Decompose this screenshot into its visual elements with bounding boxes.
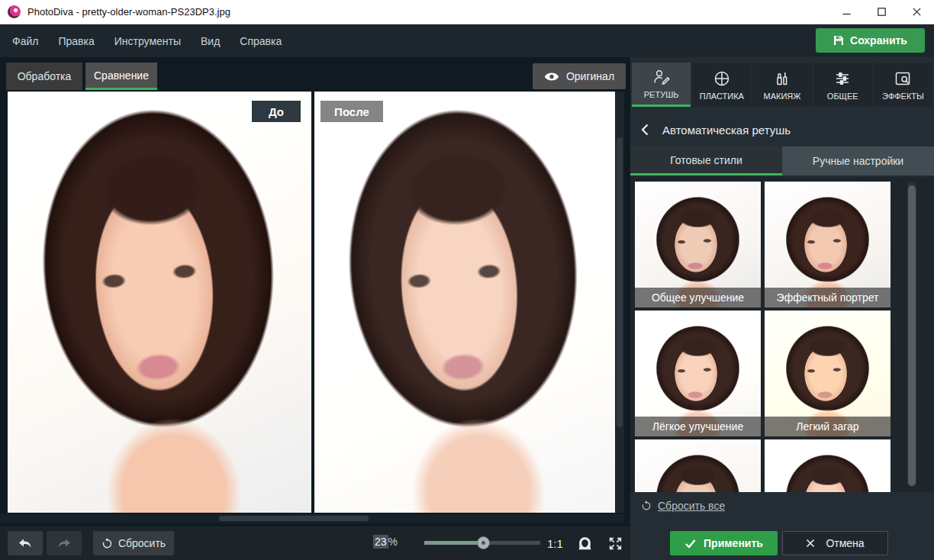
title-bar: PhotoDiva - pretty-older-woman-PS23DP3.j… [0,0,934,24]
expand-icon [608,536,623,551]
style-thumbnail [635,439,761,492]
before-image[interactable]: До [8,92,311,513]
tab-effects[interactable]: ЭФФЕКТЫ [874,63,932,107]
reset-button[interactable]: Сбросить [93,531,174,555]
plastic-icon [713,69,731,88]
photodiva-window: PhotoDiva - pretty-older-woman-PS23DP3.j… [0,0,934,560]
tab-general-label: ОБЩЕЕ [827,92,858,101]
original-button-label: Оригинал [566,70,614,82]
style-general-improvement[interactable]: Общее улучшение [635,182,761,307]
horizontal-scroll-thumb[interactable] [219,516,369,521]
tab-makeup-label: МАКИЯЖ [764,92,801,101]
menu-bar: Файл Правка Инструменты Вид Справка Сохр… [0,24,934,57]
tab-makeup[interactable]: МАКИЯЖ [752,63,811,107]
retouch-icon [652,68,671,86]
cancel-button-label: Отмена [826,537,864,549]
zoom-unit: % [388,536,398,548]
eye-icon [544,72,559,82]
undo-icon [17,538,34,549]
check-icon [684,539,696,549]
app-logo-icon [8,5,21,18]
right-sidebar: РЕТУШЬ ПЛАСТИКА МАКИЯЖ ОБЩЕЕ ЭФФЕКТЫ [630,57,934,560]
tab-presets[interactable]: Готовые стили [630,146,782,175]
horizontal-scrollbar[interactable] [0,514,624,523]
tab-processing[interactable]: Обработка [6,63,82,90]
scale-1-1-button[interactable]: 1:1 [547,537,563,550]
apply-button[interactable]: Применить [670,531,778,555]
style-partial-right[interactable] [765,439,891,492]
style-light-tan[interactable]: Легкий загар [765,311,891,436]
fit-face-button[interactable] [575,533,594,553]
menu-edit[interactable]: Правка [58,35,94,47]
after-badge: После [320,101,383,122]
apply-button-label: Применить [704,537,763,549]
vertical-scrollbar[interactable] [615,92,624,513]
style-thumbnail [765,439,891,492]
tab-general[interactable]: ОБЩЕЕ [813,63,872,107]
before-badge: До [252,101,301,122]
style-label: Эффектный портрет [765,288,891,307]
image-canvas: До После [0,57,630,526]
save-button[interactable]: Сохранить [816,28,925,53]
menu-file[interactable]: Файл [12,35,38,47]
maximize-button[interactable] [864,0,899,24]
panel-header: Автоматическая ретушь [630,114,934,145]
general-icon [833,69,852,88]
tab-retouch-label: РЕТУШЬ [644,90,679,99]
styles-scrollbar[interactable] [907,182,916,487]
styles-grid: Общее улучшение Эффектный портрет Лёгкое… [630,177,934,492]
before-photo [8,92,311,513]
reset-icon [101,538,113,549]
style-partial-left[interactable] [635,439,761,492]
zoom-slider-track [483,541,540,545]
makeup-icon [773,69,791,88]
style-effective-portrait[interactable]: Эффектный портрет [765,182,891,307]
zoom-slider-filled [424,541,483,545]
tab-plastic-label: ПЛАСТИКА [700,92,744,101]
zoom-slider[interactable] [424,540,540,546]
tab-plastic[interactable]: ПЛАСТИКА [692,63,751,107]
redo-icon [56,538,72,549]
menu-view[interactable]: Вид [201,35,220,47]
reset-all-link[interactable]: Сбросить все [641,500,725,512]
zoom-slider-thumb[interactable] [477,536,490,549]
style-tabs: Готовые стили Ручные настройки [630,146,934,175]
reset-button-label: Сбросить [118,537,166,549]
tab-manual[interactable]: Ручные настройки [782,146,934,175]
panel-title: Автоматическая ретушь [662,124,791,137]
fullscreen-button[interactable] [605,533,625,553]
save-button-label: Сохранить [850,34,907,47]
window-title: PhotoDiva - pretty-older-woman-PS23DP3.j… [27,6,230,18]
style-label: Общее улучшение [635,288,761,307]
reset-all-label: Сбросить все [658,500,725,512]
reset-all-icon [641,500,652,511]
minimize-button[interactable] [829,0,864,24]
style-label: Легкий загар [765,417,891,436]
tab-retouch[interactable]: РЕТУШЬ [632,63,691,107]
x-icon [806,539,815,548]
floppy-icon [833,35,844,46]
zoom-level[interactable]: 23% [373,536,398,548]
style-label: Лёгкое улучшение [635,417,761,436]
vertical-scroll-thumb[interactable] [617,137,623,427]
styles-scroll-thumb[interactable] [908,185,916,486]
face-icon [578,536,592,551]
menu-help[interactable]: Справка [240,35,282,47]
tab-effects-label: ЭФФЕКТЫ [882,92,924,101]
undo-button[interactable] [8,531,43,555]
tool-tabs: РЕТУШЬ ПЛАСТИКА МАКИЯЖ ОБЩЕЕ ЭФФЕКТЫ [632,63,932,107]
after-image[interactable]: После [314,92,615,513]
style-light-improvement[interactable]: Лёгкое улучшение [635,311,761,436]
tab-comparison[interactable]: Сравнение [85,63,157,90]
original-button[interactable]: Оригинал [533,63,626,89]
redo-button[interactable] [47,531,82,555]
effects-icon [894,69,912,88]
cancel-button[interactable]: Отмена [782,531,888,555]
after-photo [314,92,615,513]
back-button[interactable] [641,124,649,136]
zoom-value: 23 [373,535,388,549]
menu-tools[interactable]: Инструменты [114,35,181,47]
window-controls [829,0,934,24]
close-button[interactable] [899,0,934,24]
